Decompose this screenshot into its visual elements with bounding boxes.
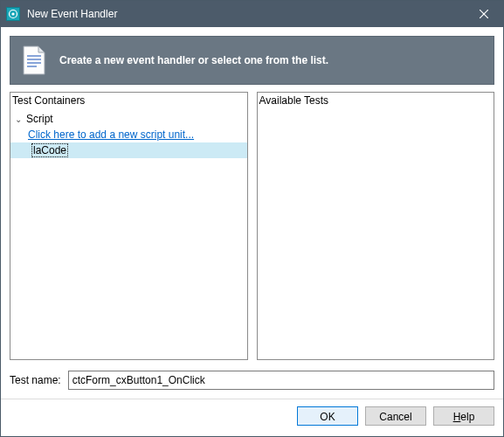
test-name-label: Test name: <box>10 374 61 386</box>
containers-tree[interactable]: ⌄ Script Click here to add a new script … <box>10 111 247 158</box>
tree-node-script[interactable]: ⌄ Script <box>10 111 247 127</box>
titlebar: New Event Handler <box>1 1 503 27</box>
test-name-row: Test name: <box>1 365 503 397</box>
help-button[interactable]: Help <box>433 406 494 426</box>
window-title: New Event Handler <box>27 8 465 20</box>
test-containers-body: ⌄ Script Click here to add a new script … <box>10 111 247 359</box>
test-name-input[interactable] <box>68 371 494 390</box>
instruction-banner: Create a new event handler or select one… <box>10 36 494 85</box>
tree-label: Script <box>24 113 55 125</box>
tree-node-lacode[interactable]: laCode <box>10 142 247 158</box>
available-tests-title: Available Tests <box>258 93 494 111</box>
chevron-down-icon[interactable]: ⌄ <box>12 114 24 124</box>
dialog-window: New Event Handler Create a new event han… <box>0 0 504 437</box>
instruction-text: Create a new event handler or select one… <box>59 54 328 66</box>
panels-area: Test Containers ⌄ Script Click here to a… <box>1 92 503 365</box>
svg-point-2 <box>11 12 14 15</box>
dialog-footer: OK Cancel Help <box>1 399 503 436</box>
tree-label: laCode <box>31 143 68 157</box>
close-icon <box>480 10 488 18</box>
available-tests-panel: Available Tests <box>257 92 495 360</box>
cancel-button[interactable]: Cancel <box>365 406 426 426</box>
document-icon <box>21 45 47 75</box>
svg-marker-6 <box>38 46 45 52</box>
ok-button[interactable]: OK <box>297 406 358 426</box>
app-icon <box>6 7 20 21</box>
add-script-unit-link[interactable]: Click here to add a new script unit... <box>10 127 247 142</box>
available-tests-body[interactable] <box>258 111 494 359</box>
test-containers-title: Test Containers <box>10 93 247 111</box>
test-containers-panel: Test Containers ⌄ Script Click here to a… <box>10 92 248 360</box>
link-label: Click here to add a new script unit... <box>26 128 196 141</box>
close-button[interactable] <box>465 1 503 27</box>
